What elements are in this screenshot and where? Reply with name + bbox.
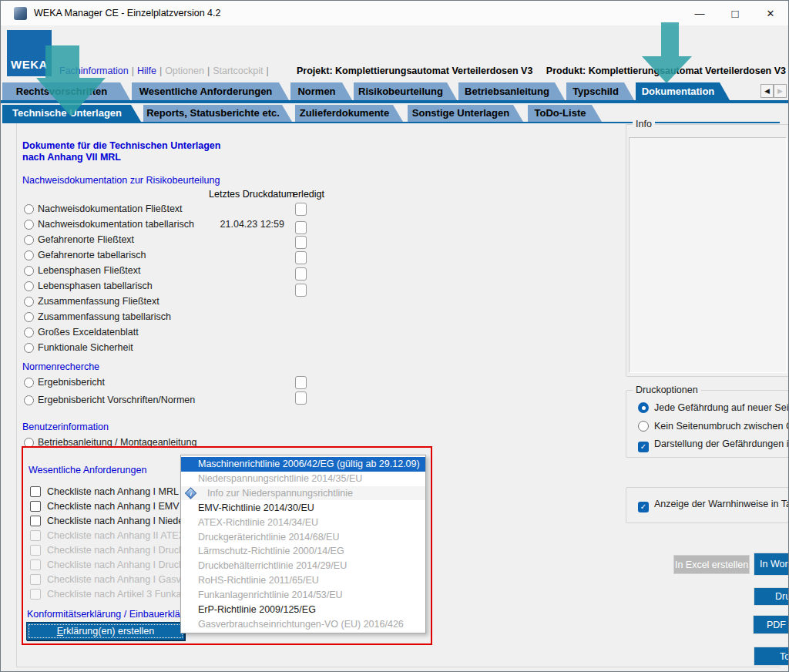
titlebar: WEKA Manager CE - Einzelplatzversion 4.2… [1,1,788,25]
checkbox [30,574,41,585]
tab-wesentliche-anforderungen[interactable]: Wesentliche Anforderungen [132,82,289,100]
erledigt-checkbox[interactable] [295,267,307,281]
radio-button[interactable] [24,204,34,214]
dropdown-item-info[interactable]: i Info zur Niederspannungsrichtlinie [181,486,425,501]
doc-row: Ergebnisbericht [22,376,354,391]
doc-label: Ergebnisbericht [38,377,105,388]
checkbox [30,589,41,600]
radio-icon [638,421,649,432]
produkt-value: Komplettierungsautomat Verteilerdosen V3 [589,66,786,76]
doc-label: Funktionale Sicherheit [38,342,133,353]
tab-underline [1,100,789,103]
menu-item-hilfe[interactable]: Hilfe [137,66,156,76]
richtlinien-dropdown: Maschinenrichtlinie 2006/42/EG (gültig a… [180,455,426,633]
radio-button[interactable] [24,297,34,307]
doc-row: Gefahrenorte tabellarisch [22,249,354,264]
doc-label: Lebensphasen tabellarisch [38,281,153,291]
print-option-radio[interactable]: Kein Seitenumbruch zwischen Gefährd [638,421,789,432]
dropdown-item[interactable]: ErP-Richtlinie 2009/125/EG [181,602,425,617]
doc-label: Betriebsanleitung / Montageanleitung [38,437,196,448]
print-option-radio[interactable]: Jede Gefährdung auf neuer Seite begi [638,402,789,413]
tab-typschild[interactable]: Typschild [566,82,634,100]
close-button[interactable]: ✕ [753,1,788,25]
erledigt-checkbox[interactable] [295,391,307,405]
radio-button[interactable] [24,250,34,260]
tab-sonstige-unterlagen[interactable]: Sonstige Unterlagen [408,105,523,122]
checkbox [30,545,41,556]
doc-label: Gefahrenorte Fließtext [38,234,134,245]
checkbox [30,530,41,541]
projekt-value: Komplettierungsautomat Verteilerdosen V3 [335,66,532,76]
check-icon: ✓ [638,442,649,452]
menu-item-fachinformation[interactable]: Fachinformation [59,66,129,76]
dropdown-item[interactable]: Maschinenrichtlinie 2006/42/EG (gültig a… [181,457,425,472]
pdf-erstellen-button[interactable]: PDF e [753,615,789,634]
dropdown-item: Druckgeräterichtlinie 2014/68/EU [181,529,425,544]
maximize-button[interactable]: □ [717,1,753,25]
produkt-label: Produkt: [546,66,586,76]
checkbox[interactable] [30,501,41,512]
tab-betriebsanleitung[interactable]: Betriebsanleitung [458,82,565,100]
menu-separator: | [204,66,213,76]
todo-button[interactable]: To [754,647,789,666]
section-heading-konformitaet: Konformitätserklärung / Einbauerklärung [27,609,200,620]
doc-label: Ergebnisbericht Vorschriften/Normen [38,395,195,405]
radio-button[interactable] [24,343,34,353]
doc-row: Zusammenfassung Fließtext [22,295,354,311]
tab-zulieferdokumente[interactable]: Zulieferdokumente [295,105,403,122]
tab-dokumentation[interactable]: Dokumentation [636,82,730,100]
section-heading-nachweis: Nachweisdokumentation zur Risikobeurteil… [22,175,220,186]
column-header-erledigt: erledigt [293,189,324,200]
tab-normen[interactable]: Normen [290,82,352,100]
erledigt-checkbox[interactable] [295,236,307,249]
app-icon [14,7,27,20]
radio-button[interactable] [24,220,34,230]
app-window: WEKA Manager CE - Einzelplatzversion 4.2… [0,0,789,672]
erklaerung-erstellen-button[interactable]: Erklärung(en) erstellen [26,622,185,640]
info-icon: i [185,487,197,499]
minimize-button[interactable]: — [682,1,717,25]
radio-button[interactable] [24,378,34,388]
tab-risikobeurteilung[interactable]: Risikobeurteilung [354,82,457,100]
radio-button[interactable] [24,266,34,276]
dropdown-item: Gasverbrauchseinrichtungen-VO (EU) 2016/… [181,617,425,631]
erledigt-checkbox[interactable] [295,376,307,389]
tab-technische-unterlagen[interactable]: Technische Unterlagen [2,105,141,122]
erledigt-checkbox[interactable] [295,221,307,234]
tab-reports-statusberichte[interactable]: Reports, Statusberichte etc. [143,105,292,122]
warnhinweise-checkbox[interactable]: ✓Anzeige der Warnhinweise in Tabellen [638,499,789,512]
info-panel [629,137,787,373]
doc-label: Gefahrenorte tabellarisch [38,250,146,260]
dropdown-item[interactable]: EMV-Richtlinie 2014/30/EU [181,500,425,515]
check-icon: ✓ [638,502,649,512]
druckoptionen-groupbox: Druckoptionen Jede Gefährdung auf neuer … [626,390,789,458]
radio-button[interactable] [24,438,34,448]
erledigt-checkbox[interactable] [295,251,307,264]
checkbox[interactable] [30,516,41,526]
tab-todo-liste[interactable]: ToDo-Liste [528,105,602,122]
print-option-checkbox[interactable]: ✓Darstellung der Gefährdungen in Tabe [638,438,789,452]
druckoptionen-label: Druckoptionen [633,385,701,395]
radio-button[interactable] [24,328,34,338]
doc-row: Gefahrenorte Fließtext [22,234,354,249]
tab-scroll-right-icon[interactable]: ▶ [774,84,787,98]
doc-row: Lebensphasen Fließtext [22,264,354,280]
in-excel-erstellen-button[interactable]: In Excel erstellen [673,555,750,574]
erledigt-checkbox[interactable] [295,203,307,216]
menu-separator: | [156,66,165,76]
radio-button[interactable] [24,312,34,322]
drucken-button[interactable]: Dru [754,587,789,606]
dropdown-item: Niederspannungsrichtlinie 2014/35/EU [181,472,425,486]
radio-button[interactable] [24,235,34,245]
tab-scroll-left-icon[interactable]: ◀ [760,84,774,98]
menu-bar: Fachinformation|Hilfe|Optionen|Startcock… [59,66,272,76]
checkbox[interactable] [30,486,41,497]
in-word-erstellen-button[interactable]: In Word [754,553,789,576]
radio-button[interactable] [24,395,34,405]
radio-button[interactable] [24,281,34,291]
radio-selected-icon [638,402,649,413]
checkbox [30,559,41,570]
doc-label: Zusammenfassung Fließtext [38,296,159,307]
tab-rechtsvorschriften[interactable]: Rechtsvorschriften [2,82,130,100]
page-title: Dokumente für die Technischen Unterlagen… [22,140,220,163]
